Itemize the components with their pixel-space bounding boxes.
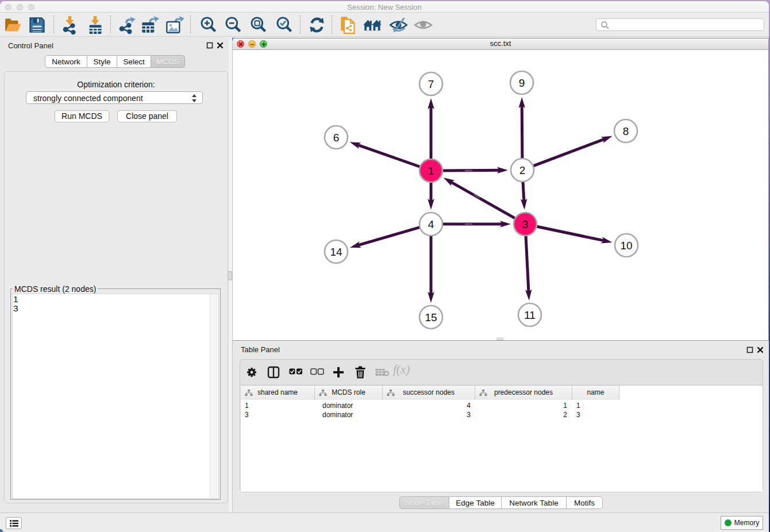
svg-text:3: 3: [522, 218, 529, 230]
svg-text:2: 2: [519, 164, 526, 176]
svg-text:9: 9: [519, 77, 525, 89]
svg-text:15: 15: [425, 311, 437, 323]
svg-text:7: 7: [428, 78, 434, 90]
svg-text:14: 14: [330, 246, 342, 258]
svg-text:10: 10: [620, 240, 632, 252]
svg-text:6: 6: [333, 132, 340, 144]
svg-text:8: 8: [623, 125, 629, 137]
svg-text:11: 11: [524, 309, 536, 321]
svg-text:1: 1: [428, 165, 434, 177]
svg-text:4: 4: [428, 218, 434, 230]
